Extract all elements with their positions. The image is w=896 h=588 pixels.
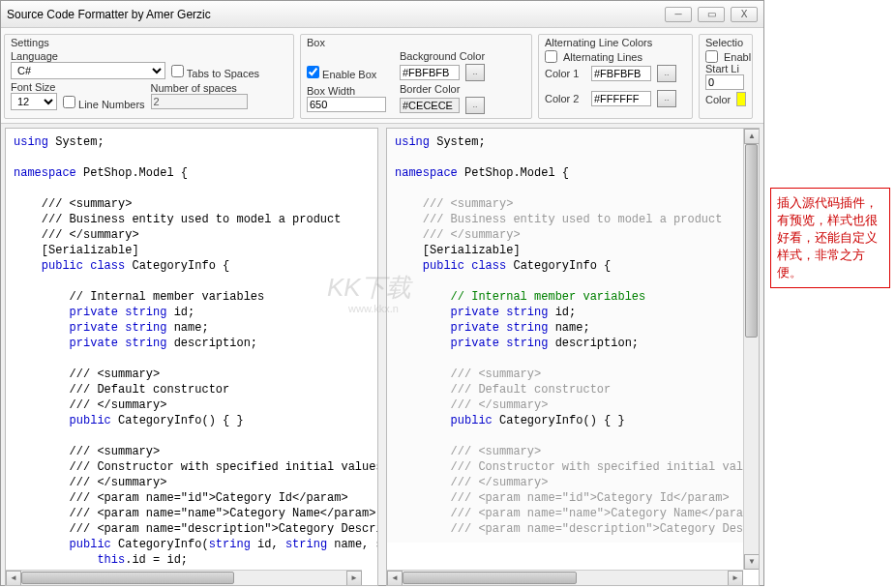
enable-box-checkbox[interactable]: [307, 66, 319, 78]
app-window: Source Code Formatter by Amer Gerzic ─ ▭…: [0, 0, 764, 586]
line-numbers-label: Line Numbers: [78, 99, 144, 110]
tabs-to-spaces-checkbox[interactable]: [171, 65, 184, 77]
preview-h-scrollbar[interactable]: ◄ ►: [387, 570, 743, 585]
selection-enable-checkbox[interactable]: [705, 50, 718, 63]
alt-lines-checkbox[interactable]: [545, 50, 557, 63]
annotation-box: 插入源代码插件，有预览，样式也很好看，还能自定义样式，非常之方便。: [770, 188, 890, 288]
settings-group: Settings Language C# Tabs to Spaces Font…: [4, 34, 294, 119]
alt-group: Alternating Line Colors Alternating Line…: [538, 34, 693, 119]
font-size-label: Font Size: [11, 81, 57, 93]
code-panes: using System; namespace PetShop.Model { …: [1, 124, 763, 588]
scroll-h-thumb[interactable]: [403, 572, 577, 584]
color2-label: Color 2: [545, 93, 585, 104]
language-label: Language: [11, 50, 165, 62]
box-width-label: Box Width: [307, 85, 394, 97]
scroll-left-icon[interactable]: ◄: [387, 571, 403, 586]
alt-title: Alternating Line Colors: [545, 37, 686, 48]
bg-color-label: Background Color: [400, 50, 485, 62]
scroll-right-icon[interactable]: ►: [346, 571, 362, 586]
border-color-input[interactable]: [400, 98, 460, 113]
box-group: Box Enable Box Background Color .. Box W…: [300, 34, 532, 119]
source-h-scrollbar[interactable]: ◄ ►: [6, 570, 362, 585]
color1-button[interactable]: ..: [657, 65, 676, 82]
preview-v-scrollbar[interactable]: ▲ ▼: [743, 129, 759, 570]
scroll-right-icon[interactable]: ►: [728, 571, 743, 586]
alt-lines-label: Alternating Lines: [563, 51, 642, 63]
color2-input[interactable]: [591, 91, 651, 106]
sel-color-swatch[interactable]: [736, 92, 746, 106]
source-pane: using System; namespace PetShop.Model { …: [5, 128, 378, 586]
sel-color-label: Color: [705, 94, 731, 105]
scroll-up-icon[interactable]: ▲: [744, 129, 760, 144]
scroll-h-thumb[interactable]: [21, 572, 234, 584]
start-line-label: Start Li: [705, 63, 746, 74]
source-editor[interactable]: using System; namespace PetShop.Model { …: [6, 129, 377, 586]
color2-button[interactable]: ..: [657, 90, 676, 107]
preview-viewer[interactable]: using System; namespace PetShop.Model { …: [387, 129, 759, 543]
color1-input[interactable]: [591, 66, 651, 81]
enable-box-label: Enable Box: [322, 69, 376, 80]
minimize-button[interactable]: ─: [665, 7, 692, 22]
font-size-select[interactable]: 12: [11, 93, 57, 110]
color1-label: Color 1: [545, 68, 585, 79]
selection-title: Selectio: [705, 37, 746, 48]
scroll-down-icon[interactable]: ▼: [744, 554, 760, 570]
bg-color-button[interactable]: ..: [465, 64, 485, 81]
tabs-to-spaces-label: Tabs to Spaces: [187, 68, 259, 79]
num-spaces-input: [151, 94, 248, 109]
settings-toolbar: Settings Language C# Tabs to Spaces Font…: [1, 28, 763, 124]
start-line-input[interactable]: [705, 74, 744, 90]
num-spaces-label: Number of spaces: [151, 82, 248, 94]
scroll-left-icon[interactable]: ◄: [6, 571, 21, 586]
border-color-label: Border Color: [400, 83, 485, 95]
bg-color-input[interactable]: [400, 65, 460, 80]
box-title: Box: [307, 37, 525, 48]
line-numbers-checkbox[interactable]: [63, 96, 75, 108]
border-color-button[interactable]: ..: [465, 97, 485, 114]
language-select[interactable]: C#: [11, 62, 165, 79]
titlebar[interactable]: Source Code Formatter by Amer Gerzic ─ ▭…: [1, 1, 763, 28]
selection-group: Selectio Enabl Start Li Color: [699, 34, 753, 119]
settings-title: Settings: [11, 37, 287, 48]
window-title: Source Code Formatter by Amer Gerzic: [7, 8, 665, 21]
scroll-v-thumb[interactable]: [745, 144, 758, 338]
maximize-button[interactable]: ▭: [698, 7, 725, 22]
preview-pane: using System; namespace PetShop.Model { …: [386, 128, 760, 586]
close-button[interactable]: X: [731, 7, 758, 22]
box-width-input[interactable]: [307, 97, 386, 112]
